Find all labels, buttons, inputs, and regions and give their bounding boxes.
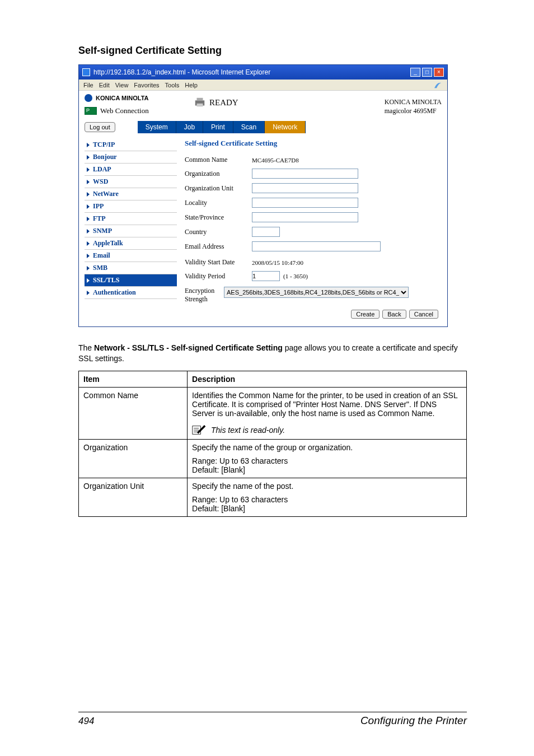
window-titlebar: http://192.168.1.2/a_index.html - Micros… xyxy=(79,65,447,80)
right-triangle-icon xyxy=(87,155,90,160)
org-unit-label: Organization Unit xyxy=(185,184,252,193)
window-close-button[interactable]: × xyxy=(434,68,444,77)
country-label: Country xyxy=(185,228,252,236)
th-item: Item xyxy=(79,371,188,387)
window-title: http://192.168.1.2/a_index.html - Micros… xyxy=(93,68,409,76)
locality-input[interactable] xyxy=(252,198,358,208)
sidebar-item-label: SSL/TLS xyxy=(93,276,119,284)
pagescope-icon xyxy=(85,107,97,115)
right-triangle-icon xyxy=(87,254,90,258)
sidebar-item-label: WSD xyxy=(93,178,108,186)
window-maximize-button[interactable]: □ xyxy=(422,68,432,77)
right-triangle-icon xyxy=(87,229,90,234)
org-unit-desc-text: Specify the name of the post. xyxy=(192,482,462,491)
organization-range: Range: Up to 63 characters xyxy=(192,456,462,465)
intro-text-pre: The xyxy=(78,343,94,352)
encryption-strength-select[interactable]: AES_256bits,3DES_168bits,RC4_128bits,DES… xyxy=(224,287,409,298)
validity-period-label: Validity Period xyxy=(185,272,252,281)
svg-rect-2 xyxy=(197,104,203,107)
menu-edit[interactable]: Edit xyxy=(99,82,110,88)
tab-system[interactable]: System xyxy=(138,121,176,133)
printer-status-icon xyxy=(194,96,206,109)
row-common-name-desc: Identifies the Common Name for the print… xyxy=(188,387,467,439)
sidebar-item-label: Email xyxy=(93,251,110,260)
page-number: 494 xyxy=(78,716,94,727)
logout-button[interactable]: Log out xyxy=(85,122,115,132)
sidebar-item-wsd[interactable]: WSD xyxy=(85,176,177,188)
menu-file[interactable]: File xyxy=(83,82,93,88)
sidebar-item-appletalk[interactable]: AppleTalk xyxy=(85,237,177,250)
sidebar-item-ldap[interactable]: LDAP xyxy=(85,164,177,176)
menu-view[interactable]: View xyxy=(115,82,129,88)
sidebar-item-bonjour[interactable]: Bonjour xyxy=(85,151,177,164)
email-input[interactable] xyxy=(252,241,381,251)
cancel-button[interactable]: Cancel xyxy=(409,310,438,319)
ie-favicon-icon xyxy=(82,68,90,76)
sidebar-item-ftp[interactable]: FTP xyxy=(85,213,177,225)
common-name-value: MC4695-CAE7D8 xyxy=(252,157,299,164)
country-input[interactable] xyxy=(252,227,280,237)
sidebar-item-smb[interactable]: SMB xyxy=(85,262,177,274)
org-unit-input[interactable] xyxy=(252,183,358,193)
org-unit-range: Range: Up to 63 characters xyxy=(192,495,462,504)
tab-job[interactable]: Job xyxy=(176,121,203,133)
right-triangle-icon xyxy=(87,266,90,270)
row-org-unit-item: Organization Unit xyxy=(79,478,188,516)
state-label: State/Province xyxy=(185,213,252,222)
org-unit-default: Default: [Blank] xyxy=(192,504,462,513)
sidebar-item-label: FTP xyxy=(93,214,106,223)
sidebar-item-authentication[interactable]: Authentication xyxy=(85,287,177,299)
machine-model: magicolor 4695MF xyxy=(385,106,442,115)
right-triangle-icon xyxy=(87,192,90,197)
sidebar-item-label: Authentication xyxy=(93,288,136,297)
state-input[interactable] xyxy=(252,212,358,222)
sidebar-item-ipp[interactable]: IPP xyxy=(85,200,177,213)
sidebar-item-tcpip[interactable]: TCP/IP xyxy=(85,139,177,151)
common-name-note: This text is read-only. xyxy=(211,426,285,435)
sidebar-item-ssltls[interactable]: SSL/TLS xyxy=(85,274,177,287)
description-table: Item Description Common Name Identifies … xyxy=(78,371,467,517)
note-icon xyxy=(192,424,207,436)
menu-help[interactable]: Help xyxy=(185,82,198,88)
right-triangle-icon xyxy=(87,217,90,221)
sidebar-item-email[interactable]: Email xyxy=(85,250,177,262)
sidebar-item-label: IPP xyxy=(93,202,104,211)
intro-paragraph: The Network - SSL/TLS - Self-signed Cert… xyxy=(78,343,467,364)
validity-start-label: Validity Start Date xyxy=(185,258,252,267)
row-organization-desc: Specify the name of the group or organiz… xyxy=(188,439,467,478)
tab-print[interactable]: Print xyxy=(203,121,233,133)
organization-desc-text: Specify the name of the group or organiz… xyxy=(192,443,462,452)
validity-period-range: (1 - 3650) xyxy=(283,273,308,279)
encryption-strength-label: Encryption Strength xyxy=(185,287,218,303)
sidebar-item-label: AppleTalk xyxy=(93,239,123,248)
row-common-name-item: Common Name xyxy=(79,387,188,439)
validity-period-input[interactable] xyxy=(252,271,280,281)
tab-network[interactable]: Network xyxy=(265,121,306,133)
common-name-label: Common Name xyxy=(185,156,252,164)
menubar: File Edit View Favorites Tools Help xyxy=(79,80,447,91)
common-name-desc-text: Identifies the Common Name for the print… xyxy=(192,391,457,418)
tab-scan[interactable]: Scan xyxy=(233,121,265,133)
browser-window: http://192.168.1.2/a_index.html - Micros… xyxy=(78,64,448,327)
form-title: Self-signed Certificate Setting xyxy=(185,139,438,148)
th-description: Description xyxy=(188,371,467,387)
email-label: Email Address xyxy=(185,242,252,251)
printer-status-text: READY xyxy=(209,98,238,108)
right-triangle-icon xyxy=(87,291,90,295)
organization-input[interactable] xyxy=(252,169,358,179)
sidebar-item-netware[interactable]: NetWare xyxy=(85,188,177,200)
sidebar-item-label: NetWare xyxy=(93,190,119,198)
km-logo-icon xyxy=(85,94,92,102)
create-button[interactable]: Create xyxy=(351,310,380,319)
back-button[interactable]: Back xyxy=(382,310,406,319)
right-triangle-icon xyxy=(87,204,90,209)
menu-tools[interactable]: Tools xyxy=(165,82,180,88)
ie-throbber-icon xyxy=(433,80,443,91)
locality-label: Locality xyxy=(185,199,252,207)
menu-favorites[interactable]: Favorites xyxy=(134,82,159,88)
validity-start-value: 2008/05/15 10:47:00 xyxy=(252,259,303,266)
sidebar-item-snmp[interactable]: SNMP xyxy=(85,225,177,237)
organization-label: Organization xyxy=(185,170,252,178)
window-minimize-button[interactable]: _ xyxy=(410,68,420,77)
right-triangle-icon xyxy=(87,143,90,147)
